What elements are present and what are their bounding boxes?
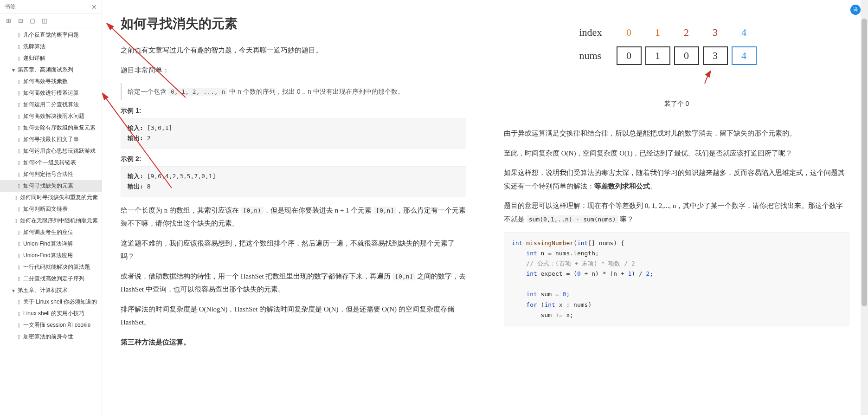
num-cell: 4 <box>732 46 757 65</box>
bookmark-label: 如何高效解决接雨水问题 <box>23 112 84 120</box>
diagram-caption: 装了个 0 <box>579 100 774 108</box>
paragraph: 排序解法的时间复杂度是 O(NlogN)，HashSet 的解法时间复杂度是 O… <box>121 303 466 329</box>
bookmark-item[interactable]: ▯二分查找高效判定子序列 <box>0 273 102 285</box>
bookmark-item[interactable]: ▯如何判定括号合法性 <box>0 169 102 180</box>
bookmark-label: 一文看懂 session 和 cookie <box>23 321 90 329</box>
bookmark-label: 如何判断回文链表 <box>23 205 68 213</box>
paragraph: 第三种方法是位运算。 <box>121 336 466 349</box>
bookmark-item[interactable]: ▯洗牌算法 <box>0 41 102 52</box>
bookmark-item[interactable]: ▯Union-Find算法详解 <box>0 238 102 250</box>
scrollbar-thumb[interactable] <box>862 19 867 306</box>
collapse-icon[interactable]: ⊟ <box>17 17 24 24</box>
bookmark-item[interactable]: ▯关于 Linux shell 你必须知道的 <box>0 296 102 308</box>
bookmark-item[interactable]: ▯一文看懂 session 和 cookie <box>0 319 102 331</box>
bookmark-label: 一行代码就能解决的算法题 <box>23 263 90 271</box>
bookmark-item-icon: ▯ <box>18 299 20 305</box>
bookmarks-tree[interactable]: ▯几个反直觉的概率问题▯洗牌算法▯递归详解▾第四章、高频面试系列▯如何高效寻找素… <box>0 27 102 415</box>
bookmark-item-icon: ▯ <box>18 322 20 328</box>
bookmark-item[interactable]: ▯如何高效解决接雨水问题 <box>0 110 102 122</box>
bookmark-item[interactable]: ▯如何同时寻找缺失和重复的元素 <box>0 192 102 203</box>
curve-arrow-icon <box>579 70 774 85</box>
bookmark-item[interactable]: ▯如何高效进行模幂运算 <box>0 87 102 99</box>
bookmark-item[interactable]: ▯如何寻找最长回文子串 <box>0 134 102 145</box>
bookmark-item[interactable]: ▯如何k个一组反转链表 <box>0 157 102 169</box>
bookmark-item-icon: ▯ <box>18 102 20 108</box>
example-2-label: 示例 2: <box>121 155 466 163</box>
bookmark-item-icon: ▯ <box>18 206 20 212</box>
bookmark-label: 第四章、高频面试系列 <box>18 66 73 74</box>
bookmark-item-icon: ▯ <box>18 171 20 177</box>
bookmark-item[interactable]: ▯Union-Find算法应用 <box>0 250 102 261</box>
bookmark-item[interactable]: ▯几个反直觉的概率问题 <box>0 29 102 41</box>
bookmark-item[interactable]: ▯如何运用贪心思想玩跳跃游戏 <box>0 145 102 157</box>
bookmark-item[interactable]: ▯如何去除有序数组的重复元素 <box>0 122 102 134</box>
example-1-block: 输入: [3,0,1] 输出: 2 <box>121 118 466 149</box>
bookmark-item[interactable]: ▯如何运用二分查找算法 <box>0 99 102 110</box>
index-label: index <box>579 26 617 39</box>
content-area: 如何寻找消失的元素 之前也有文章写过几个有趣的智力题，今天再聊一道巧妙的题目。 … <box>102 0 868 415</box>
bookmark-item-icon: ▯ <box>18 334 20 340</box>
bookmark-icon[interactable]: ◫ <box>41 17 48 24</box>
bookmark-item[interactable]: ▯如何寻找缺失的元素 <box>0 180 102 192</box>
paragraph: 这道题不难的，我们应该很容易想到，把这个数组排个序，然后遍历一遍，不就很容易找到… <box>121 237 466 263</box>
bookmark-item-icon: ▯ <box>18 78 20 84</box>
bookmark-label: 如何寻找最长回文子串 <box>23 136 79 143</box>
bookmark-label: 递归详解 <box>23 54 45 62</box>
chapter-heading[interactable]: ▾第四章、高频面试系列 <box>0 64 102 76</box>
paragraph: 或者说，借助数据结构的特性，用一个 HashSet 把数组里出现的数字都储存下来… <box>121 270 466 296</box>
bookmark-label: 几个反直觉的概率问题 <box>23 31 79 39</box>
bookmark-item-icon: ▯ <box>18 160 20 166</box>
bookmark-item[interactable]: ▯递归详解 <box>0 52 102 64</box>
chevron-down-icon: ▾ <box>12 67 18 73</box>
bookmark-label: 加密算法的前身今世 <box>23 333 73 341</box>
problem-statement: 给定一个包含 0, 1, 2, ..., n 中 n 个数的序列，找出 0 ..… <box>121 83 466 100</box>
translate-badge[interactable]: 译 <box>850 5 861 15</box>
example-1-label: 示例 1: <box>121 107 466 115</box>
sidebar-header: 书签 ✕ <box>0 0 102 14</box>
bookmark-item[interactable]: ▯加密算法的前身今世 <box>0 331 102 343</box>
close-icon[interactable]: ✕ <box>91 3 97 11</box>
bookmark-item-icon: ▯ <box>18 253 20 259</box>
bookmark-label: 如何同时寻找缺失和重复的元素 <box>20 194 98 201</box>
bookmark-item[interactable]: ▯如何高效寻找素数 <box>0 76 102 87</box>
bookmark-item[interactable]: ▯如何判断回文链表 <box>0 203 102 215</box>
bookmark-label: 如何在无限序列中随机抽取元素 <box>20 217 98 225</box>
bookmark-item[interactable]: ▯如何在无限序列中随机抽取元素 <box>0 215 102 227</box>
index-cell: 0 <box>617 23 642 42</box>
sidebar-toolbar: ⊞ ⊟ ▢ ◫ <box>0 14 102 27</box>
bookmark-label: 关于 Linux shell 你必须知道的 <box>23 298 97 306</box>
bookmark-label: Union-Find算法详解 <box>23 240 73 248</box>
page-title: 如何寻找消失的元素 <box>121 15 466 32</box>
bookmark-item-icon: ▯ <box>18 311 20 317</box>
paragraph: 给一个长度为 n 的数组，其索引应该在 [0,n)，但是现在你要装进去 n + … <box>121 204 466 230</box>
index-cell: 4 <box>732 23 757 42</box>
bookmark-label: 如何去除有序数组的重复元素 <box>23 124 96 132</box>
scrollbar-track[interactable] <box>861 0 868 415</box>
bookmarks-sidebar: 书签 ✕ ⊞ ⊟ ▢ ◫ ▯几个反直觉的概率问题▯洗牌算法▯递归详解▾第四章、高… <box>0 0 102 415</box>
nums-label: nums <box>579 50 617 62</box>
num-cell: 0 <box>617 46 642 65</box>
index-cell: 2 <box>674 23 699 42</box>
expand-icon[interactable]: ⊞ <box>5 17 12 24</box>
num-cell: 3 <box>703 46 728 65</box>
chapter-heading[interactable]: ▾第五章、计算机技术 <box>0 285 102 296</box>
bookmark-label: Linux shell 的实用小技巧 <box>23 310 84 318</box>
bookmark-item[interactable]: ▯Linux shell 的实用小技巧 <box>0 308 102 319</box>
bookmark-item-icon: ▯ <box>18 125 20 131</box>
bookmark-add-icon[interactable]: ▢ <box>29 17 36 24</box>
sidebar-title: 书签 <box>5 3 16 11</box>
bookmark-item-icon: ▯ <box>18 183 20 189</box>
bookmark-label: 如何调度考生的座位 <box>23 228 73 236</box>
bookmark-label: Union-Find算法应用 <box>23 252 73 259</box>
bookmark-label: 如何寻找缺失的元素 <box>23 182 73 190</box>
index-cell: 3 <box>703 23 728 42</box>
bookmark-label: 如何k个一组反转链表 <box>23 159 76 167</box>
bookmark-item[interactable]: ▯如何调度考生的座位 <box>0 227 102 238</box>
bookmark-label: 第五章、计算机技术 <box>18 286 68 294</box>
bookmark-item-icon: ▯ <box>18 32 20 38</box>
bookmark-item-icon: ▯ <box>18 229 20 235</box>
paragraph: 题目非常简单： <box>121 64 466 77</box>
chevron-down-icon: ▾ <box>12 287 18 294</box>
bookmark-item[interactable]: ▯一行代码就能解决的算法题 <box>0 261 102 273</box>
bookmark-item-icon: ▯ <box>18 241 20 247</box>
